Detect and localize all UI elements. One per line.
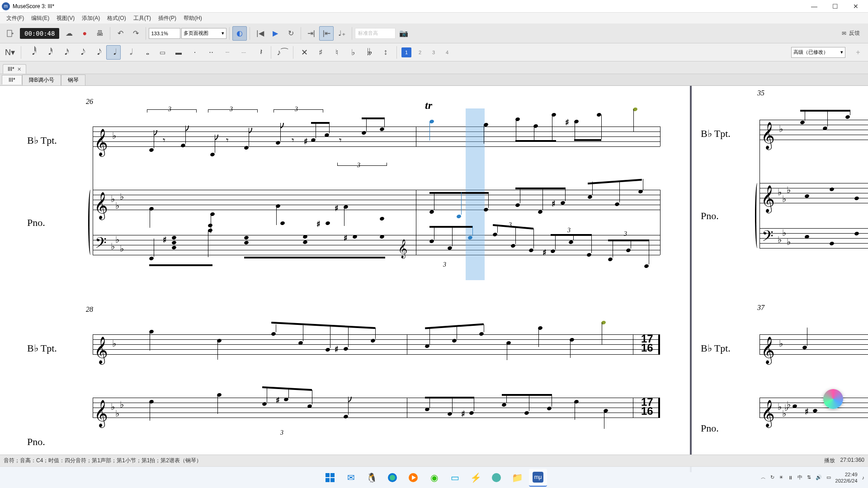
system-3: 35 B♭ Tpt. Pno. 𝄞♭ 𝄞 ♭♭♭ 𝄢 ♭♭♭: [696, 93, 868, 282]
menu-edit[interactable]: 编辑(E): [28, 14, 52, 23]
note-input-toolbar: N▾ 𝅘𝅥𝅱 𝅘𝅥𝅰 𝅘𝅥𝅯 𝅘𝅥𝅮 𝅘𝅥𝅮 𝅘𝅥 𝅗𝅥 𝅝 ▭ ▬ · ·· …: [0, 43, 868, 61]
part-tab-full[interactable]: III*: [2, 75, 22, 84]
status-mode: 播放: [824, 457, 835, 465]
minimize-button[interactable]: —: [804, 0, 825, 13]
tray-wifi-icon[interactable]: ⇅: [807, 474, 811, 480]
voice-4[interactable]: 4: [442, 47, 452, 57]
tray-pause-icon[interactable]: ⏸: [788, 475, 793, 480]
sharp-button[interactable]: ♯: [313, 45, 328, 60]
dur-quarter[interactable]: 𝅘𝅥: [106, 45, 121, 60]
tie-button[interactable]: ♪⁀: [275, 45, 289, 60]
view-mode-select[interactable]: 多页面视图▾: [181, 28, 226, 39]
voice-1[interactable]: 1: [401, 47, 411, 57]
part-tab-piano[interactable]: 钢琴: [61, 75, 85, 85]
dur-16th[interactable]: 𝅘𝅥𝅯: [57, 45, 72, 60]
mail-app-icon[interactable]: ✉: [342, 469, 360, 487]
flip-button[interactable]: ↕: [378, 45, 393, 60]
wechat-icon[interactable]: ◉: [425, 469, 443, 487]
delete-button[interactable]: ✕: [297, 45, 311, 60]
barline-27a: [416, 127, 416, 146]
cloud-button[interactable]: ☁: [62, 26, 76, 41]
system-4: 37 B♭ Tpt. Pno. 𝄞♭ 𝄞 ♭♭♭ ♭ ♯: [696, 307, 868, 452]
dot-4[interactable]: ····: [236, 45, 251, 60]
assistant-bubble-icon[interactable]: [823, 389, 843, 409]
tray-volume-icon[interactable]: 🔊: [816, 474, 822, 480]
video-icon[interactable]: [404, 469, 422, 487]
voice-2[interactable]: 2: [415, 47, 425, 57]
concert-pitch-input[interactable]: 标准音高: [355, 28, 396, 39]
rest-button[interactable]: 𝄽: [253, 45, 267, 60]
score-canvas[interactable]: 26 B♭ Tpt. Pno. 𝄞 ♭ 𝄞 ♭ ♭ ♭ 𝄢 ♭ ♭: [0, 86, 868, 472]
tray-ime[interactable]: 中: [797, 474, 802, 481]
tray-weather-icon[interactable]: ☀: [779, 474, 783, 480]
close-button[interactable]: ✕: [845, 0, 866, 13]
dur-longa[interactable]: ▬: [171, 45, 186, 60]
menu-plugins[interactable]: 插件(P): [156, 14, 179, 23]
count-in-button[interactable]: ♩₊: [335, 26, 349, 41]
doc-tab-iii[interactable]: III* ✕: [3, 64, 26, 74]
maximize-button[interactable]: ☐: [825, 0, 845, 13]
workspace-select[interactable]: 高级（已修改）▾: [791, 47, 845, 58]
natural-button[interactable]: ♮: [330, 45, 344, 60]
flat-button[interactable]: ♭: [346, 45, 360, 60]
menu-help[interactable]: 帮助(H): [181, 14, 205, 23]
tray-clock[interactable]: 22:49 2022/6/24: [835, 471, 858, 484]
redo-button[interactable]: ↷: [128, 26, 143, 41]
camera-button[interactable]: 📷: [396, 26, 411, 41]
dot-3[interactable]: ···: [220, 45, 235, 60]
print-button[interactable]: 🖶: [93, 26, 107, 41]
loop-in-button[interactable]: ⇥|: [304, 26, 318, 41]
qq-icon[interactable]: 🐧: [363, 469, 381, 487]
start-button[interactable]: [321, 469, 339, 487]
loop-out-button[interactable]: |⇤: [319, 26, 334, 41]
bilibili-icon[interactable]: ▭: [446, 469, 464, 487]
tab-close-icon[interactable]: ✕: [17, 66, 21, 72]
undo-button[interactable]: ↶: [113, 26, 127, 41]
main-toolbar: 00:00:48 ☁ ● 🖶 ↶ ↷ 133.1% 多页面视图▾ ◐ |◀ ▶ …: [0, 23, 868, 43]
voice-3[interactable]: 3: [429, 47, 439, 57]
menu-file[interactable]: 文件(F): [4, 14, 27, 23]
new-score-button[interactable]: [3, 26, 17, 41]
barline-start: [93, 127, 93, 255]
label-piano-2: Pno.: [27, 436, 45, 448]
menu-tools[interactable]: 工具(T): [131, 14, 154, 23]
tray-battery-icon[interactable]: ▭: [826, 474, 831, 480]
workspace-add[interactable]: +: [851, 45, 865, 60]
rewind-button[interactable]: |◀: [253, 26, 267, 41]
double-flat-button[interactable]: 𝄫: [362, 45, 377, 60]
metronome-toggle[interactable]: ◐: [232, 26, 247, 41]
edge-icon[interactable]: [383, 469, 401, 487]
menu-add[interactable]: 添加(A): [79, 14, 103, 23]
musescore-taskbar-icon[interactable]: mμ: [529, 469, 547, 487]
dur-64th[interactable]: 𝅘𝅥𝅱: [25, 45, 39, 60]
playback-cursor: [466, 108, 485, 280]
menu-view[interactable]: 视图(V): [54, 14, 77, 23]
title-bar: m MuseScore 3: III* — ☐ ✕: [0, 0, 868, 13]
thunder-icon[interactable]: ⚡: [467, 469, 485, 487]
dot-1[interactable]: ·: [188, 45, 202, 60]
loop-button[interactable]: ↻: [283, 26, 298, 41]
dur-whole[interactable]: 𝅝: [139, 45, 153, 60]
menu-format[interactable]: 格式(O): [104, 14, 128, 23]
dur-32nd[interactable]: 𝅘𝅥𝅰: [41, 45, 56, 60]
edge2-icon[interactable]: [487, 469, 505, 487]
label-piano: Pno.: [27, 217, 45, 229]
part-tab-trumpet[interactable]: 降B调小号: [22, 75, 61, 85]
dot-2[interactable]: ··: [204, 45, 218, 60]
record-button[interactable]: ●: [77, 26, 92, 41]
zoom-input[interactable]: 133.1%: [149, 28, 180, 39]
tray-chevron-icon[interactable]: ︿: [761, 474, 766, 481]
key-flat-3: ♭: [115, 200, 119, 211]
trill-ornament: tr: [425, 99, 432, 112]
feedback-link[interactable]: ✉ 反馈: [842, 29, 860, 37]
key-flat-b: ♭: [112, 338, 116, 349]
tray-sync-icon[interactable]: ↻: [770, 474, 774, 480]
note-input-mode[interactable]: N▾: [3, 45, 17, 60]
dur-quarter-alt[interactable]: 𝅘𝅥𝅮: [90, 45, 104, 60]
play-button[interactable]: ▶: [268, 26, 283, 41]
dur-half[interactable]: 𝅗𝅥: [123, 45, 137, 60]
explorer-icon[interactable]: 📁: [508, 469, 526, 487]
tray-notifications-icon[interactable]: ♪: [862, 475, 865, 480]
dur-breve[interactable]: ▭: [155, 45, 170, 60]
dur-8th[interactable]: 𝅘𝅥𝅮: [74, 45, 88, 60]
